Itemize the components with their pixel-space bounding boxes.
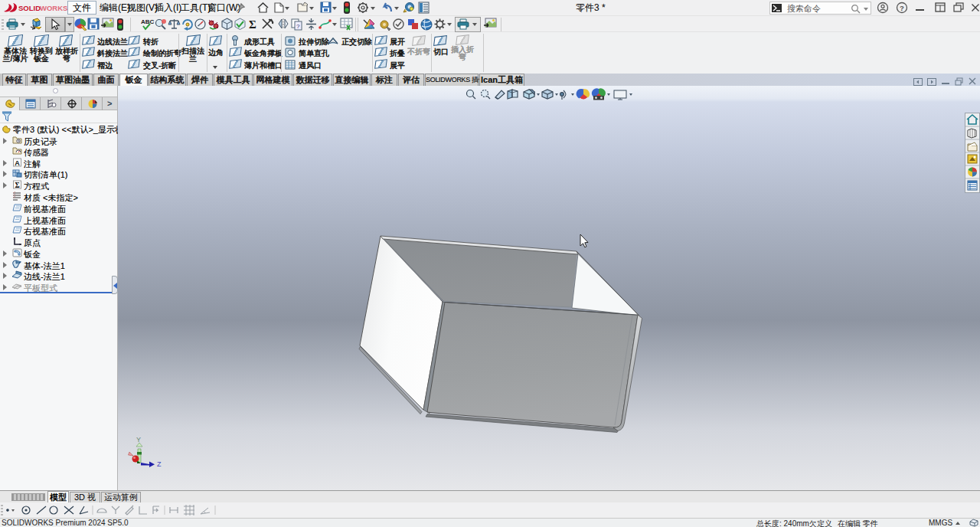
svg-text:Z: Z — [157, 460, 162, 468]
svg-text:SOLID: SOLID — [18, 4, 41, 12]
svg-text:?: ? — [296, 23, 300, 30]
svg-text:?: ? — [900, 4, 904, 12]
svg-text:Y: Y — [136, 436, 141, 444]
svg-text:Σ: Σ — [249, 18, 256, 31]
svg-text:WORKS: WORKS — [40, 4, 67, 12]
svg-text:Σ: Σ — [15, 182, 19, 189]
svg-text:A: A — [15, 159, 20, 167]
svg-text:ABC: ABC — [141, 18, 155, 25]
